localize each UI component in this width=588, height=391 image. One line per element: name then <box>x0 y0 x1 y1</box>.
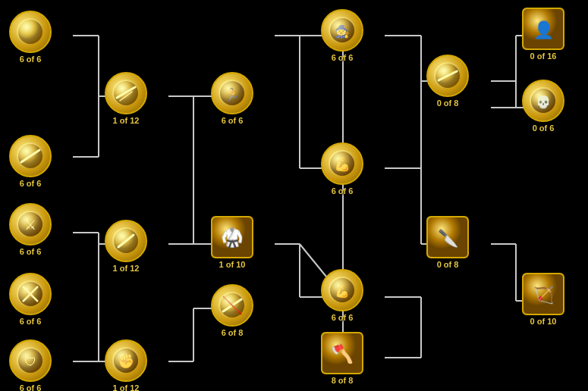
icon-8: ✊ <box>105 339 147 382</box>
label-12: 6 of 6 <box>332 53 354 62</box>
icon-12: 🧙 <box>321 9 363 52</box>
node-16[interactable]: 0 of 8 <box>426 55 469 108</box>
label-15: 8 of 8 <box>332 376 354 385</box>
node-18[interactable]: 👤 0 of 16 <box>522 8 564 61</box>
label-5: 6 of 6 <box>20 383 42 391</box>
label-10: 1 of 10 <box>219 260 246 269</box>
node-2[interactable]: 6 of 6 <box>9 135 52 188</box>
svg-text:👤: 👤 <box>533 20 555 40</box>
icon-11 <box>211 284 253 327</box>
icon-7 <box>105 220 147 262</box>
connectors <box>0 0 588 391</box>
node-5[interactable]: 🛡 6 of 6 <box>9 339 52 391</box>
label-7: 1 of 12 <box>113 264 140 273</box>
label-13: 6 of 6 <box>332 186 354 196</box>
node-13[interactable]: 💪 6 of 6 <box>321 142 363 196</box>
icon-6 <box>105 72 147 114</box>
node-3[interactable]: ⚔ 6 of 6 <box>9 203 52 256</box>
label-2: 6 of 6 <box>20 179 42 188</box>
svg-text:🔪: 🔪 <box>438 228 459 249</box>
icon-10: 🥋 <box>211 216 253 258</box>
node-6[interactable]: 1 of 12 <box>105 72 147 125</box>
label-19: 0 of 6 <box>533 124 555 133</box>
node-4[interactable]: 6 of 6 <box>9 273 52 326</box>
label-11: 6 of 8 <box>222 328 244 337</box>
icon-17: 🔪 <box>426 216 469 258</box>
icon-4 <box>9 273 52 315</box>
icon-14: 💪 <box>321 269 363 311</box>
node-11[interactable]: 6 of 8 <box>211 284 253 337</box>
label-1: 6 of 6 <box>20 55 42 64</box>
node-12[interactable]: 🧙 6 of 6 <box>321 9 363 62</box>
node-8[interactable]: ✊ 1 of 12 <box>105 339 147 391</box>
label-6: 1 of 12 <box>113 116 140 125</box>
label-14: 6 of 6 <box>332 313 354 322</box>
skill-tree: 6 of 6 6 of 6 ⚔ 6 of 6 <box>0 0 588 391</box>
label-16: 0 of 8 <box>437 99 459 108</box>
icon-20: 🏹 <box>522 273 564 315</box>
node-1[interactable]: 6 of 6 <box>9 11 52 64</box>
label-18: 0 of 16 <box>530 52 557 61</box>
node-20[interactable]: 🏹 0 of 10 <box>522 273 564 326</box>
label-17: 0 of 8 <box>437 260 459 269</box>
icon-9: 🏃 <box>211 72 253 114</box>
icon-3: ⚔ <box>9 203 52 246</box>
icon-1 <box>9 11 52 53</box>
label-4: 6 of 6 <box>20 317 42 326</box>
icon-19: 💀 <box>522 80 564 122</box>
label-3: 6 of 6 <box>20 247 42 256</box>
label-8: 1 of 12 <box>113 383 140 391</box>
label-20: 0 of 10 <box>530 317 557 326</box>
icon-15: 🪓 <box>321 332 363 374</box>
node-15[interactable]: 🪓 8 of 8 <box>321 332 363 385</box>
icon-13: 💪 <box>321 142 363 185</box>
svg-text:🪓: 🪓 <box>331 343 354 364</box>
icon-5: 🛡 <box>9 339 52 382</box>
icon-2 <box>9 135 52 177</box>
node-17[interactable]: 🔪 0 of 8 <box>426 216 469 269</box>
icon-18: 👤 <box>522 8 564 50</box>
icon-16 <box>426 55 469 97</box>
node-7[interactable]: 1 of 12 <box>105 220 147 273</box>
node-14[interactable]: 💪 6 of 6 <box>321 269 363 322</box>
label-9: 6 of 6 <box>222 116 244 125</box>
node-10[interactable]: 🥋 1 of 10 <box>211 216 253 269</box>
svg-text:🏹: 🏹 <box>533 285 555 305</box>
svg-text:🥋: 🥋 <box>221 227 244 249</box>
node-19[interactable]: 💀 0 of 6 <box>522 80 564 133</box>
node-9[interactable]: 🏃 6 of 6 <box>211 72 253 125</box>
